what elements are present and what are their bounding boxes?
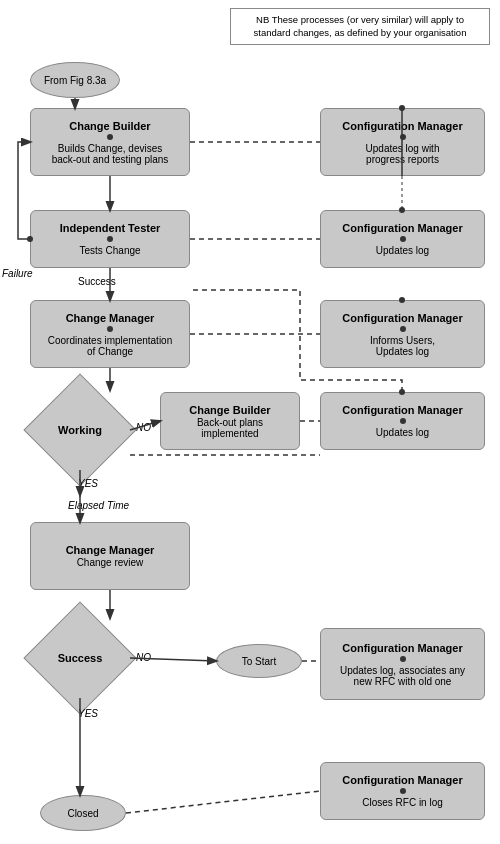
config-mgr-6-title: Configuration Manager — [342, 774, 462, 786]
elapsed-time-label: Elapsed Time — [68, 500, 129, 511]
config-mgr-1-dot — [400, 134, 406, 140]
working-diamond-wrap: Working — [30, 390, 130, 470]
svg-line-16 — [126, 791, 320, 813]
to-start-label: To Start — [242, 656, 276, 667]
note-text: NB These processes (or very similar) wil… — [254, 14, 467, 38]
from-label: From Fig 8.3a — [44, 75, 106, 86]
success-yes-label: YES — [78, 708, 98, 719]
config-mgr-1-box: Configuration Manager Updates log with p… — [320, 108, 485, 176]
config-mgr-3-dot — [400, 326, 406, 332]
working-yes-label: YES — [78, 478, 98, 489]
config-mgr-4-title: Configuration Manager — [342, 404, 462, 416]
failure-label: Failure — [2, 268, 33, 279]
config-mgr-2-sub: Updates log — [376, 245, 429, 256]
working-diamond — [23, 373, 136, 486]
change-builder-1-title: Change Builder — [69, 120, 150, 132]
independent-tester-dot — [107, 236, 113, 242]
note-box: NB These processes (or very similar) wil… — [230, 8, 490, 45]
change-manager-1-dot — [107, 326, 113, 332]
config-mgr-4-dot — [400, 418, 406, 424]
config-mgr-5-box: Configuration Manager Updates log, assoc… — [320, 628, 485, 700]
change-manager-1-title: Change Manager — [66, 312, 155, 324]
independent-tester-box: Independent Tester Tests Change — [30, 210, 190, 268]
config-mgr-2-box: Configuration Manager Updates log — [320, 210, 485, 268]
success-diamond-wrap: Success — [30, 618, 130, 698]
change-builder-1-box: Change Builder Builds Change, devises ba… — [30, 108, 190, 176]
config-mgr-3-title: Configuration Manager — [342, 312, 462, 324]
change-manager-2-sub: Change review — [77, 557, 144, 568]
change-manager-1-box: Change Manager Coordinates implementatio… — [30, 300, 190, 368]
from-ellipse: From Fig 8.3a — [30, 62, 120, 98]
config-mgr-3-box: Configuration Manager Informs Users, Upd… — [320, 300, 485, 368]
config-mgr-5-title: Configuration Manager — [342, 642, 462, 654]
config-mgr-2-dot — [400, 236, 406, 242]
change-manager-2-box: Change Manager Change review — [30, 522, 190, 590]
config-mgr-5-dot — [400, 656, 406, 662]
closed-label: Closed — [67, 808, 98, 819]
config-mgr-4-sub: Updates log — [376, 427, 429, 438]
config-mgr-3-sub: Informs Users, Updates log — [370, 335, 435, 357]
independent-tester-title: Independent Tester — [60, 222, 161, 234]
success-no-label: NO — [136, 652, 151, 663]
working-no-label: NO — [136, 422, 151, 433]
config-mgr-5-sub: Updates log, associates any new RFC with… — [340, 665, 465, 687]
change-builder-2-box: Change Builder Back-out plans implemente… — [160, 392, 300, 450]
success-label: Success — [78, 276, 116, 287]
change-builder-2-title: Change Builder — [189, 404, 270, 416]
closed-ellipse: Closed — [40, 795, 126, 831]
config-mgr-6-dot — [400, 788, 406, 794]
change-builder-1-dot — [107, 134, 113, 140]
config-mgr-2-title: Configuration Manager — [342, 222, 462, 234]
diagram: NB These processes (or very similar) wil… — [0, 0, 500, 844]
config-mgr-1-sub: Updates log with progress reports — [366, 143, 440, 165]
change-manager-1-sub: Coordinates implementation of Change — [48, 335, 173, 357]
change-manager-2-title: Change Manager — [66, 544, 155, 556]
config-mgr-1-title: Configuration Manager — [342, 120, 462, 132]
independent-tester-sub: Tests Change — [79, 245, 140, 256]
config-mgr-4-box: Configuration Manager Updates log — [320, 392, 485, 450]
change-builder-2-sub: Back-out plans implemented — [197, 417, 263, 439]
change-builder-1-sub: Builds Change, devises back-out and test… — [52, 143, 169, 165]
config-mgr-6-box: Configuration Manager Closes RFC in log — [320, 762, 485, 820]
success-diamond — [23, 601, 136, 714]
config-mgr-6-sub: Closes RFC in log — [362, 797, 443, 808]
to-start-ellipse: To Start — [216, 644, 302, 678]
